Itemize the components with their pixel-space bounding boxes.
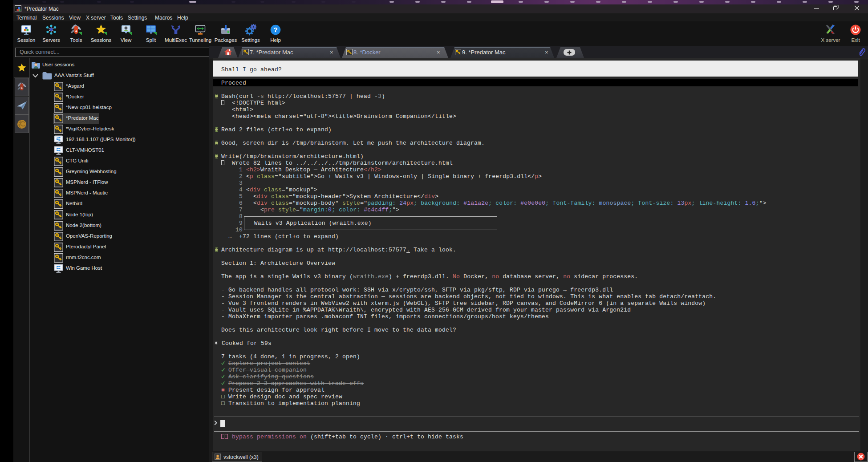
svg-text:?: ? xyxy=(273,26,277,33)
